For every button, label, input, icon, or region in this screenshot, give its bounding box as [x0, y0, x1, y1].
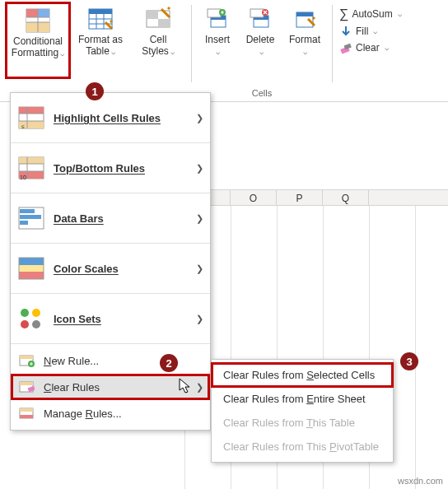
- manage-rules-item[interactable]: Manage Rules...: [11, 400, 210, 426]
- svg-rect-19: [208, 9, 221, 17]
- top-bottom-label: Top/Bottom Rules: [45, 162, 196, 175]
- clear-rules-label: Clear Rules: [35, 381, 196, 394]
- svg-rect-44: [20, 209, 35, 213]
- svg-rect-62: [20, 408, 33, 412]
- badge-3: 3: [400, 352, 418, 370]
- format-as-table-button[interactable]: Format as Table⌵: [72, 2, 128, 79]
- svg-rect-15: [147, 11, 158, 19]
- col-header[interactable]: Q: [323, 190, 369, 205]
- clear-this-table-item: Clear Rules from This Table: [212, 411, 393, 435]
- color-scales-icon: [17, 254, 45, 282]
- editing-group: ∑ AutoSum⌵ Fill⌵ Clear⌵ Editin: [333, 2, 405, 54]
- svg-rect-28: [344, 44, 352, 49]
- new-rule-icon: [17, 352, 35, 370]
- insert-button[interactable]: Insert⌵: [197, 2, 238, 79]
- svg-rect-37: [19, 157, 44, 164]
- fill-icon: [339, 25, 352, 38]
- manage-rules-label: Manage Rules...: [35, 408, 203, 420]
- highlight-cells-rules-item[interactable]: ≤ Highlight Cells Rules ❯: [11, 96, 210, 139]
- autosum-label: AutoSum: [352, 8, 392, 20]
- svg-rect-56: [20, 356, 33, 359]
- svg-rect-26: [296, 12, 313, 16]
- svg-rect-1: [26, 9, 38, 17]
- cell-styles-button[interactable]: Cell Styles⌵: [130, 2, 186, 79]
- cells-group: Insert⌵ Delete⌵ Format⌵ Cells: [192, 2, 332, 101]
- highlight-cells-icon: ≤: [17, 104, 45, 132]
- format-label: Format: [289, 34, 320, 45]
- svg-rect-2: [38, 9, 49, 17]
- top-bottom-rules-item[interactable]: 10 Top/Bottom Rules ❯: [11, 147, 210, 189]
- chevron-right-icon: ❯: [196, 113, 203, 123]
- svg-point-51: [21, 309, 29, 317]
- svg-rect-59: [20, 382, 33, 385]
- col-header[interactable]: P: [277, 190, 323, 205]
- top-bottom-icon: 10: [17, 154, 45, 182]
- svg-rect-47: [19, 258, 44, 265]
- col-header[interactable]: O: [231, 190, 277, 205]
- icon-sets-icon: [17, 305, 45, 333]
- format-icon: [292, 6, 318, 32]
- conditional-formatting-menu: ≤ Highlight Cells Rules ❯ 10 Top/Bottom …: [10, 92, 211, 431]
- highlight-cells-label: Highlight Cells Rules: [45, 112, 196, 124]
- icon-sets-label: Icon Sets: [45, 313, 196, 325]
- color-scales-label: Color Scales: [45, 263, 196, 275]
- delete-icon: [247, 6, 273, 32]
- conditional-formatting-icon: [25, 7, 51, 34]
- svg-rect-45: [20, 215, 41, 219]
- svg-rect-16: [158, 19, 170, 27]
- data-bars-label: Data Bars: [45, 212, 196, 225]
- autosum-button[interactable]: ∑ AutoSum⌵: [339, 7, 402, 21]
- chevron-right-icon: ❯: [196, 163, 203, 174]
- svg-rect-9: [89, 9, 112, 14]
- format-button[interactable]: Format⌵: [282, 2, 327, 79]
- badge-2: 2: [160, 354, 178, 372]
- sigma-icon: ∑: [339, 7, 348, 21]
- column-headers: N O P Q: [184, 189, 448, 206]
- format-as-table-label: Format as Table: [78, 34, 123, 57]
- new-rule-item[interactable]: New Rule...: [11, 347, 210, 374]
- clear-this-pivot-item: Clear Rules from This PivotTable: [212, 435, 393, 459]
- chevron-right-icon: ❯: [196, 263, 203, 274]
- data-bars-item[interactable]: Data Bars ❯: [11, 197, 210, 240]
- badge-1: 1: [86, 82, 104, 100]
- eraser-icon: [339, 41, 352, 54]
- watermark: wsxdn.com: [398, 476, 443, 486]
- svg-text:10: 10: [20, 175, 26, 180]
- svg-text:≤: ≤: [21, 123, 25, 129]
- svg-rect-63: [20, 415, 33, 418]
- delete-button[interactable]: Delete⌵: [240, 2, 281, 79]
- delete-label: Delete: [246, 34, 275, 45]
- clear-rules-icon: [17, 378, 35, 396]
- insert-label: Insert: [205, 34, 230, 45]
- new-rule-label: New Rule...: [35, 355, 203, 367]
- ribbon: Conditional Formatting⌵ Format as Table⌵…: [0, 0, 448, 102]
- chevron-right-icon: ❯: [196, 213, 203, 224]
- cell-styles-icon: [145, 6, 171, 32]
- cells-group-label: Cells: [192, 88, 332, 98]
- fill-label: Fill: [356, 26, 368, 37]
- icon-sets-item[interactable]: Icon Sets ❯: [11, 297, 210, 340]
- svg-rect-30: [19, 107, 44, 114]
- svg-rect-48: [19, 265, 44, 272]
- manage-rules-icon: [17, 404, 35, 422]
- clear-selected-cells-item[interactable]: Clear Rules from Selected Cells: [212, 363, 393, 387]
- insert-icon: [204, 6, 231, 32]
- svg-point-53: [21, 320, 29, 328]
- svg-rect-49: [19, 272, 44, 279]
- clear-button[interactable]: Clear⌵: [339, 41, 402, 54]
- chevron-right-icon: ❯: [196, 382, 203, 393]
- svg-rect-46: [20, 221, 28, 225]
- conditional-formatting-label: Conditional Formatting: [12, 35, 63, 58]
- fill-button[interactable]: Fill⌵: [339, 25, 402, 38]
- svg-point-54: [32, 320, 40, 328]
- data-bars-icon: [17, 204, 45, 232]
- clear-entire-sheet-item[interactable]: Clear Rules from Entire Sheet: [212, 387, 393, 411]
- conditional-formatting-button[interactable]: Conditional Formatting⌵: [5, 2, 71, 79]
- chevron-right-icon: ❯: [196, 314, 203, 324]
- cell-styles-label: Cell Styles: [142, 34, 169, 57]
- color-scales-item[interactable]: Color Scales ❯: [11, 247, 210, 290]
- clear-rules-item[interactable]: Clear Rules ❯: [11, 374, 210, 400]
- clear-rules-submenu: Clear Rules from Selected Cells Clear Ru…: [211, 359, 394, 463]
- clear-label: Clear: [356, 42, 380, 54]
- svg-point-52: [32, 309, 40, 317]
